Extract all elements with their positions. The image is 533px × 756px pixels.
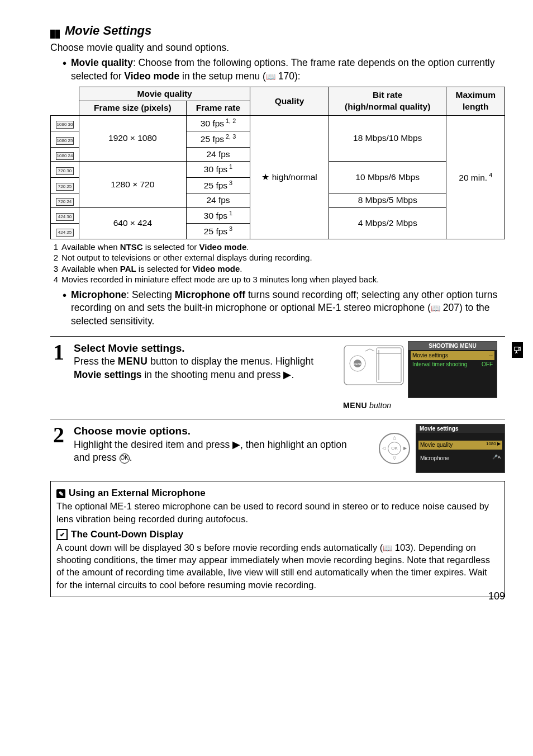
menu-label: MENU (118, 356, 148, 367)
info-body: The optional ME-1 stereo microphone can … (56, 500, 499, 525)
step-number: 2 (50, 424, 67, 474)
note-pencil-icon: ✎ (56, 489, 65, 498)
svg-rect-4 (377, 348, 401, 382)
step-2: 2 Choose movie options. Highlight the de… (50, 424, 505, 474)
book-icon: 📖 (266, 72, 275, 81)
side-tab-movie-icon (512, 342, 523, 358)
step-1: 1 Select Movie settings. Press the MENU … (50, 341, 505, 411)
bullet-microphone: • Microphone: Selecting Microphone off t… (50, 289, 505, 328)
mode-icon: 424 30 (51, 207, 79, 223)
multi-selector-icon: △▽◁▶ OK (379, 433, 410, 464)
intro-text: Choose movie quality and sound options. (50, 41, 505, 55)
divider (50, 419, 505, 419)
step-2-figure: △▽◁▶ OK Movie settings Movie quality1080… (365, 424, 505, 474)
lcd-shooting-menu: SHOOTING MENU Movie settings-- Interval … (408, 341, 497, 399)
right-arrow-icon: ▶ (283, 369, 291, 380)
mode-icon: 720 24 (51, 193, 79, 207)
divider (50, 336, 505, 337)
mode-icon: 720 30 (51, 162, 79, 177)
table-footnotes: 1Available when NTSC is selected for Vid… (50, 242, 505, 285)
ok-button-icon: OK (120, 453, 130, 464)
mode-icon: 1080 24 (51, 147, 79, 162)
step-1-body: Press the MENU button to display the men… (74, 355, 336, 381)
book-icon: 📖 (383, 544, 392, 552)
info-box: ✎ Using an External Microphone The optio… (50, 481, 505, 597)
movie-tripod-icon (513, 346, 521, 354)
page-number: 109 (488, 589, 505, 603)
step-1-figure: MENU SHOOTING MENU Movie settings-- Inte… (343, 341, 505, 411)
info-body: A count down will be displayed 30 s befo… (56, 541, 499, 591)
mode-icon: 720 25 (51, 177, 79, 193)
info-heading-countdown: ✔ The Count-Down Display (56, 528, 499, 541)
mode-icon: 1080 30 (51, 116, 79, 131)
note-check-icon: ✔ (56, 529, 68, 540)
movie-quality-table: Movie quality Quality Bit rate (high/nor… (50, 87, 505, 239)
figure-caption: MENU button (343, 400, 505, 411)
lcd-movie-settings: Movie settings Movie quality1080 ▶ Micro… (416, 424, 505, 474)
bullet-text: Movie quality: Choose from the following… (71, 56, 505, 83)
camera-back-icon: MENU (343, 341, 404, 391)
step-2-body: Highlight the desired item and press ▶, … (74, 438, 359, 465)
right-arrow-icon: ▶ (232, 439, 240, 450)
step-number: 1 (50, 341, 67, 411)
info-heading-external-mic: ✎ Using an External Microphone (56, 487, 499, 500)
bullet-movie-quality: • Movie quality: Choose from the followi… (50, 56, 505, 83)
mode-icon: 424 25 (51, 223, 79, 239)
bullet-icon: • (63, 289, 66, 328)
section-title-bars-icon (50, 26, 61, 36)
book-icon: 📖 (431, 304, 440, 313)
mode-icon: 1080 25 (51, 131, 79, 147)
svg-text:MENU: MENU (353, 362, 363, 366)
bullet-icon: • (63, 56, 66, 83)
section-title: Movie Settings (50, 22, 505, 39)
